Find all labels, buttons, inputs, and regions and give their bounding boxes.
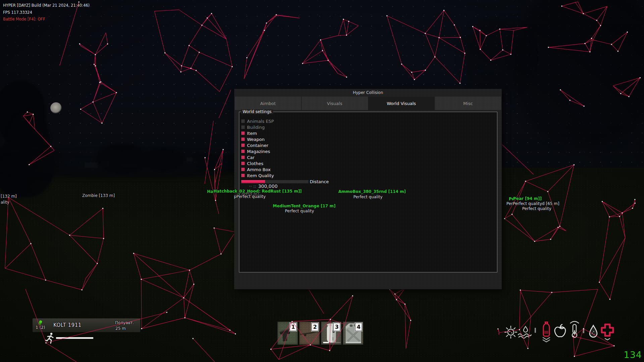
- checkbox-car[interactable]: Car: [241, 154, 274, 160]
- window-title: Hyper Collision: [234, 90, 502, 95]
- slider-tick-marks: ·· ::: [249, 184, 256, 189]
- tab-bar: Aimbot Visuals World Visuals Misc: [235, 97, 501, 110]
- esp-quality-label: Perfect quality: [285, 209, 314, 213]
- esp-item-label-ammobox: AmmoBox_380_35rnd [114 m]: [338, 189, 406, 194]
- thirst-bottle-icon: [540, 321, 553, 343]
- hud-divider: [583, 328, 584, 333]
- checkbox-building[interactable]: Building: [241, 124, 274, 130]
- checkbox-clothes[interactable]: Clothes: [241, 160, 274, 166]
- checkbox-weapon[interactable]: Weapon: [241, 136, 274, 142]
- esp-quality-label: Perfect quality: [353, 195, 383, 199]
- zeroing-distance: 25 m: [115, 326, 126, 331]
- checkbox-box: [241, 156, 245, 159]
- checkbox-box: [241, 138, 245, 141]
- esp-quality-label-clipped: ality: [1, 200, 9, 205]
- checkbox-animals-esp[interactable]: Animals ESP: [241, 118, 274, 124]
- distance-label: Distance: [310, 179, 329, 184]
- checkbox-box: [241, 144, 245, 147]
- ammo-type-icon: [38, 320, 43, 325]
- checkbox-box: [241, 168, 245, 171]
- wetness-icon: [517, 325, 532, 340]
- hotbar-slot-number: 3: [333, 323, 340, 331]
- item-fill-bar: [323, 342, 329, 343]
- weapon-name: KOLT 1911: [53, 322, 82, 328]
- hotbar-slot-1[interactable]: 1: [277, 321, 298, 345]
- tab-misc[interactable]: Misc: [435, 97, 501, 110]
- ping-counter: 134: [624, 350, 642, 360]
- item-fill-dots: [330, 342, 341, 343]
- hud-divider: [535, 328, 536, 333]
- checkbox-list: Animals ESP Building Item Weapon Contain…: [241, 118, 274, 178]
- weapon-info-bar: 1 (2) KOLT 1911 Полуавт. 25 m: [33, 318, 140, 332]
- checkbox-container[interactable]: Container: [241, 142, 274, 148]
- stamina-run-icon: [45, 332, 55, 344]
- stamina-bar: [56, 337, 93, 339]
- health-cross-icon: [599, 323, 615, 342]
- checkbox-box: [241, 150, 245, 153]
- status-icon-strip: [502, 319, 616, 345]
- checkbox-box: [241, 132, 245, 135]
- esp-distance-label: [132 m]: [1, 194, 17, 199]
- esp-item-label-pear: Pear [94 m]]: [513, 196, 542, 201]
- hotbar-slot-number: 2: [311, 323, 318, 331]
- hotbar-slot-number: 4: [355, 323, 362, 331]
- hotbar-slot-4[interactable]: 4: [343, 321, 363, 345]
- esp-item-label-tent: MediumTent_Orange [17 m]: [273, 204, 336, 208]
- checkbox-box: [241, 119, 245, 123]
- checkbox-magazines[interactable]: Magazines: [241, 148, 274, 154]
- distance-value: 300,000: [258, 184, 278, 189]
- checkbox-box: [241, 174, 245, 177]
- temperature-icon: [568, 320, 581, 340]
- ammo-count: 1 (2): [36, 325, 45, 330]
- esp-zombie-label: Zombie [133 m]: [82, 193, 115, 198]
- tab-world-visuals[interactable]: World Visuals: [368, 97, 435, 110]
- hotbar-slot-3[interactable]: 3: [321, 321, 342, 345]
- checkbox-ammo-box[interactable]: Ammo Box: [241, 166, 274, 172]
- virus-icon: [503, 325, 518, 340]
- checkbox-item[interactable]: Item: [241, 130, 274, 136]
- blood-drop-icon: [587, 324, 600, 340]
- groupbox-title: World settings: [241, 109, 273, 114]
- hunger-apple-icon: [552, 323, 568, 340]
- tab-visuals[interactable]: Visuals: [302, 97, 368, 110]
- esp-quality-label: PerPerfect qualityd [65 m]: [506, 201, 559, 206]
- hotbar-slot-number: 1: [290, 323, 297, 331]
- checkbox-box: [241, 125, 245, 129]
- distance-value-row: ·· ::300,000: [249, 183, 278, 189]
- checkbox-item-quality[interactable]: Item Quality: [241, 172, 274, 178]
- esp-quality-label: pPerfect quality: [234, 194, 266, 199]
- tab-aimbot[interactable]: Aimbot: [235, 97, 301, 110]
- hotbar-slot-2[interactable]: 2: [299, 321, 320, 345]
- fire-mode-label: Полуавт.: [115, 320, 134, 325]
- esp-quality-label: Perfect quality: [522, 206, 551, 211]
- checkbox-box: [241, 162, 245, 165]
